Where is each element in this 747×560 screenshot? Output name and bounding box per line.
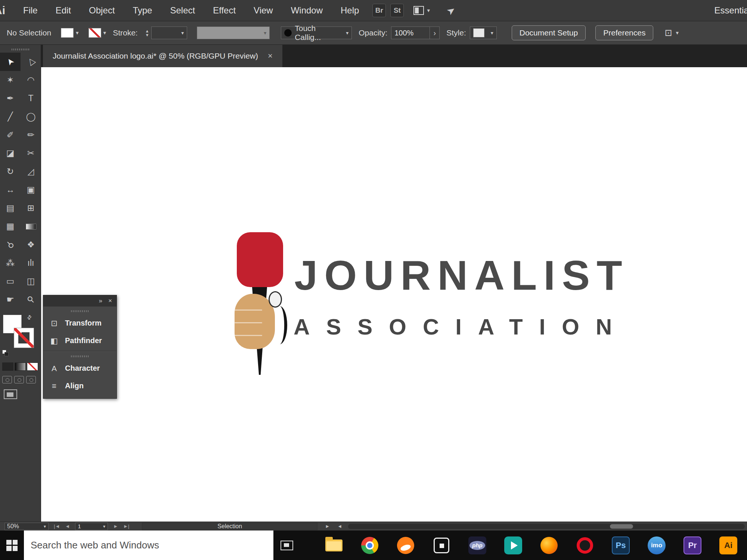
slice-tool[interactable]: ◫ bbox=[21, 272, 41, 290]
search-input[interactable] bbox=[24, 539, 273, 551]
illustrator-button[interactable]: Ai bbox=[710, 531, 746, 560]
gradient-tool[interactable] bbox=[21, 217, 41, 236]
workspace-layout-dropdown[interactable]: ▾ bbox=[413, 6, 430, 15]
screen-mode-icon[interactable] bbox=[4, 389, 17, 399]
panel-grip[interactable] bbox=[71, 310, 89, 312]
file-explorer-button[interactable] bbox=[316, 531, 352, 560]
artboard-navigation-dropdown[interactable]: ▾ bbox=[75, 523, 108, 530]
opacity-label[interactable]: Opacity: bbox=[359, 28, 387, 37]
ellipse-tool[interactable]: ◯ bbox=[21, 108, 41, 126]
none-button[interactable] bbox=[27, 363, 38, 371]
panel-tab-transform[interactable]: ⊡ Transform bbox=[43, 314, 117, 332]
selection-tool[interactable]: ➤ bbox=[0, 53, 21, 71]
swap-fill-stroke-icon[interactable]: ⇄ bbox=[25, 313, 33, 321]
imo-button[interactable]: imo bbox=[639, 531, 675, 560]
artboard-canvas[interactable]: JOURNALIST ASSOCIATION bbox=[41, 67, 747, 522]
firefox-button[interactable] bbox=[531, 531, 567, 560]
scroll-right-icon[interactable]: ► bbox=[325, 523, 330, 529]
panel-grip[interactable] bbox=[12, 49, 30, 50]
default-fill-stroke-icon[interactable] bbox=[2, 350, 10, 357]
pencil-tool[interactable]: ✏ bbox=[21, 126, 41, 144]
document-tab[interactable]: Journalist Association logo.ai* @ 50% (R… bbox=[43, 45, 282, 67]
scissors-tool[interactable]: ✂ bbox=[21, 144, 41, 162]
shareit-button[interactable] bbox=[495, 531, 531, 560]
type-tool[interactable]: T bbox=[21, 89, 41, 108]
magic-wand-tool[interactable]: ✶ bbox=[0, 71, 21, 89]
panel-tab-align[interactable]: ≡ Align bbox=[43, 377, 117, 395]
opacity-options-button[interactable]: › bbox=[430, 27, 440, 39]
stroke-weight-dropdown[interactable]: ▾ bbox=[151, 27, 187, 39]
menu-view[interactable]: View bbox=[245, 0, 282, 21]
shape-builder-tool[interactable]: ▤ bbox=[0, 199, 21, 217]
perspective-grid-tool[interactable]: ⊞ bbox=[21, 199, 41, 217]
adobe-stock-icon[interactable]: St bbox=[390, 4, 404, 17]
start-button[interactable] bbox=[0, 531, 24, 560]
paintbrush-tool[interactable]: ✐ bbox=[0, 126, 21, 144]
menu-window[interactable]: Window bbox=[282, 0, 332, 21]
share-icon[interactable]: ➤ bbox=[444, 3, 458, 18]
php-app-button[interactable]: php bbox=[459, 531, 495, 560]
zoom-tool[interactable]: ⚲ bbox=[21, 290, 41, 309]
mesh-tool[interactable]: ▦ bbox=[0, 217, 21, 236]
opacity-input[interactable] bbox=[391, 27, 430, 39]
zoom-level-dropdown[interactable]: 50% ▾ bbox=[4, 523, 49, 530]
preferences-button[interactable]: Preferences bbox=[595, 25, 653, 40]
stroke-weight-stepper[interactable]: ▴ ▾ bbox=[146, 29, 149, 37]
document-setup-button[interactable]: Document Setup bbox=[512, 25, 586, 40]
menu-select[interactable]: Select bbox=[161, 0, 204, 21]
column-graph-tool[interactable]: ılı bbox=[21, 254, 41, 272]
menu-edit[interactable]: Edit bbox=[47, 0, 80, 21]
draw-behind-button[interactable] bbox=[14, 376, 24, 383]
panel-tab-pathfinder[interactable]: ◧ Pathfinder bbox=[43, 332, 117, 349]
menu-object[interactable]: Object bbox=[80, 0, 124, 21]
graphic-style-dropdown[interactable]: ▾ bbox=[470, 27, 497, 39]
workspace-switcher[interactable]: Essentials bbox=[715, 5, 747, 16]
panel-grip[interactable] bbox=[71, 355, 89, 357]
chrome-button[interactable] bbox=[352, 531, 388, 560]
panel-tab-character[interactable]: A Character bbox=[43, 360, 117, 377]
bridge-icon[interactable]: Br bbox=[372, 4, 386, 17]
taskbar-search[interactable] bbox=[24, 531, 273, 560]
white-square-app-button[interactable] bbox=[424, 531, 459, 560]
last-artboard-icon[interactable]: ►| bbox=[123, 523, 129, 529]
gradient-button[interactable] bbox=[15, 363, 26, 371]
draw-inside-button[interactable] bbox=[26, 376, 36, 383]
arrange-documents-dropdown[interactable]: ⊡ ▾ bbox=[664, 28, 679, 38]
close-icon[interactable]: × bbox=[108, 297, 112, 305]
draw-normal-button[interactable] bbox=[2, 376, 12, 383]
menu-file[interactable]: File bbox=[14, 0, 47, 21]
uc-browser-button[interactable] bbox=[388, 531, 424, 560]
direct-selection-tool[interactable]: ▷ bbox=[21, 53, 41, 71]
horizontal-scrollbar[interactable] bbox=[348, 524, 745, 529]
next-artboard-icon[interactable]: ► bbox=[113, 523, 118, 529]
task-view-button[interactable] bbox=[273, 531, 300, 560]
eraser-tool[interactable]: ◪ bbox=[0, 144, 21, 162]
hand-tool[interactable]: ☛ bbox=[0, 290, 21, 309]
artboard-tool[interactable]: ▭ bbox=[0, 272, 21, 290]
brush-definition-dropdown[interactable]: Touch Callig... ▾ bbox=[281, 27, 352, 39]
photoshop-button[interactable]: Ps bbox=[603, 531, 639, 560]
stroke-color-dropdown[interactable]: ▾ bbox=[89, 28, 106, 38]
menu-type[interactable]: Type bbox=[124, 0, 161, 21]
stepper-down-icon[interactable]: ▾ bbox=[146, 33, 149, 37]
lasso-tool[interactable]: ◠ bbox=[21, 71, 41, 89]
floating-panel-header[interactable]: » × bbox=[43, 295, 117, 307]
eyedropper-tool[interactable]: ⚲ bbox=[0, 236, 21, 254]
variable-width-profile-dropdown[interactable]: ▾ bbox=[197, 27, 270, 39]
symbol-sprayer-tool[interactable]: ⁂ bbox=[0, 254, 21, 272]
pen-tool[interactable]: ✒ bbox=[0, 89, 21, 108]
artboard-number-input[interactable] bbox=[78, 523, 93, 529]
free-transform-tool[interactable]: ▣ bbox=[21, 181, 41, 199]
first-artboard-icon[interactable]: |◄ bbox=[54, 523, 60, 529]
line-segment-tool[interactable]: ╱ bbox=[0, 108, 21, 126]
stroke-color-box[interactable] bbox=[14, 328, 34, 348]
width-tool[interactable]: ↔ bbox=[0, 181, 21, 199]
blend-tool[interactable]: ❖ bbox=[21, 236, 41, 254]
close-icon[interactable]: × bbox=[268, 51, 273, 61]
scrollbar-thumb[interactable] bbox=[610, 524, 633, 529]
premiere-button[interactable]: Pr bbox=[675, 531, 710, 560]
menu-effect[interactable]: Effect bbox=[204, 0, 245, 21]
red-ring-app-button[interactable] bbox=[567, 531, 603, 560]
previous-artboard-icon[interactable]: ◄ bbox=[65, 523, 70, 529]
rotate-tool[interactable]: ↻ bbox=[0, 162, 21, 181]
